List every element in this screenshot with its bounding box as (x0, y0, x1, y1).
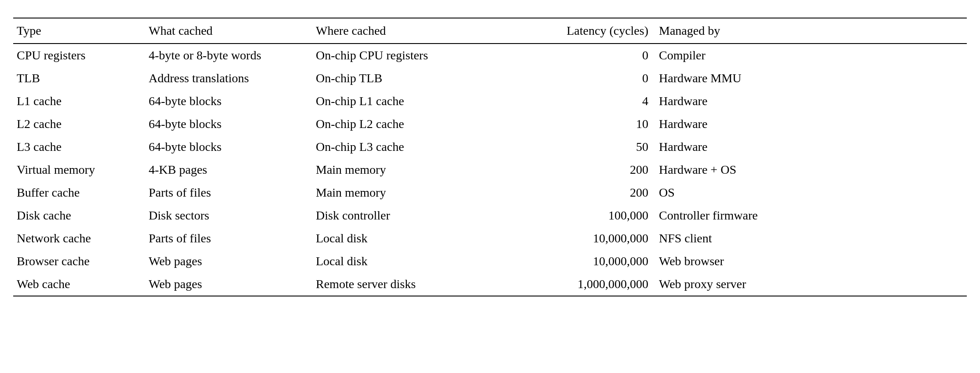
cell-type: Virtual memory (13, 158, 145, 181)
cell-managed-by: Hardware + OS (655, 158, 967, 181)
cell-type: Browser cache (13, 250, 145, 273)
cell-type: L1 cache (13, 90, 145, 113)
cell-what-cached: Parts of files (145, 181, 312, 204)
cell-latency: 200 (506, 181, 655, 204)
cell-type: CPU registers (13, 44, 145, 67)
cell-managed-by: Hardware (655, 135, 967, 158)
header-latency: Latency (cycles) (506, 18, 655, 44)
cell-what-cached: 64-byte blocks (145, 90, 312, 113)
cell-what-cached: 4-KB pages (145, 158, 312, 181)
cell-type: Network cache (13, 227, 145, 250)
cell-where-cached: Remote server disks (312, 273, 506, 296)
cell-latency: 10,000,000 (506, 227, 655, 250)
cell-what-cached: Web pages (145, 250, 312, 273)
table-row: L2 cache64-byte blocksOn-chip L2 cache10… (13, 113, 967, 135)
header-row: Type What cached Where cached Latency (c… (13, 18, 967, 44)
table-row: Network cacheParts of filesLocal disk10,… (13, 227, 967, 250)
cell-latency: 4 (506, 90, 655, 113)
cell-managed-by: Web proxy server (655, 273, 967, 296)
cell-managed-by: NFS client (655, 227, 967, 250)
cell-latency: 10,000,000 (506, 250, 655, 273)
cell-where-cached: Main memory (312, 181, 506, 204)
header-what-cached: What cached (145, 18, 312, 44)
cell-where-cached: On-chip CPU registers (312, 44, 506, 67)
table-row: L3 cache64-byte blocksOn-chip L3 cache50… (13, 135, 967, 158)
header-where-cached: Where cached (312, 18, 506, 44)
cell-where-cached: On-chip L1 cache (312, 90, 506, 113)
table-row: CPU registers4-byte or 8-byte wordsOn-ch… (13, 44, 967, 67)
cell-managed-by: Hardware MMU (655, 67, 967, 90)
table-row: Buffer cacheParts of filesMain memory200… (13, 181, 967, 204)
cell-what-cached: 4-byte or 8-byte words (145, 44, 312, 67)
cell-where-cached: On-chip TLB (312, 67, 506, 90)
cell-type: TLB (13, 67, 145, 90)
cell-type: Web cache (13, 273, 145, 296)
cell-where-cached: On-chip L2 cache (312, 113, 506, 135)
header-type: Type (13, 18, 145, 44)
cell-managed-by: Hardware (655, 113, 967, 135)
cell-managed-by: Compiler (655, 44, 967, 67)
cell-where-cached: Local disk (312, 250, 506, 273)
cell-what-cached: 64-byte blocks (145, 113, 312, 135)
cell-managed-by: Controller firmware (655, 204, 967, 227)
cell-what-cached: Disk sectors (145, 204, 312, 227)
cell-latency: 200 (506, 158, 655, 181)
cell-type: Disk cache (13, 204, 145, 227)
table-row: Browser cacheWeb pagesLocal disk10,000,0… (13, 250, 967, 273)
cell-managed-by: Hardware (655, 90, 967, 113)
cell-latency: 0 (506, 67, 655, 90)
cell-where-cached: On-chip L3 cache (312, 135, 506, 158)
cell-latency: 1,000,000,000 (506, 273, 655, 296)
cell-type: Buffer cache (13, 181, 145, 204)
cell-what-cached: Parts of files (145, 227, 312, 250)
table-row: TLBAddress translationsOn-chip TLB0Hardw… (13, 67, 967, 90)
cell-what-cached: Address translations (145, 67, 312, 90)
cell-latency: 50 (506, 135, 655, 158)
cell-where-cached: Main memory (312, 158, 506, 181)
cell-what-cached: 64-byte blocks (145, 135, 312, 158)
table-row: Web cacheWeb pagesRemote server disks1,0… (13, 273, 967, 296)
cell-latency: 10 (506, 113, 655, 135)
cell-what-cached: Web pages (145, 273, 312, 296)
cell-managed-by: Web browser (655, 250, 967, 273)
table-row: L1 cache64-byte blocksOn-chip L1 cache4H… (13, 90, 967, 113)
table-row: Disk cacheDisk sectorsDisk controller100… (13, 204, 967, 227)
cell-type: L3 cache (13, 135, 145, 158)
cache-table: Type What cached Where cached Latency (c… (13, 18, 967, 296)
cell-latency: 100,000 (506, 204, 655, 227)
header-managed-by: Managed by (655, 18, 967, 44)
cell-where-cached: Local disk (312, 227, 506, 250)
cell-where-cached: Disk controller (312, 204, 506, 227)
table-row: Virtual memory4-KB pagesMain memory200Ha… (13, 158, 967, 181)
cell-latency: 0 (506, 44, 655, 67)
cell-managed-by: OS (655, 181, 967, 204)
cell-type: L2 cache (13, 113, 145, 135)
